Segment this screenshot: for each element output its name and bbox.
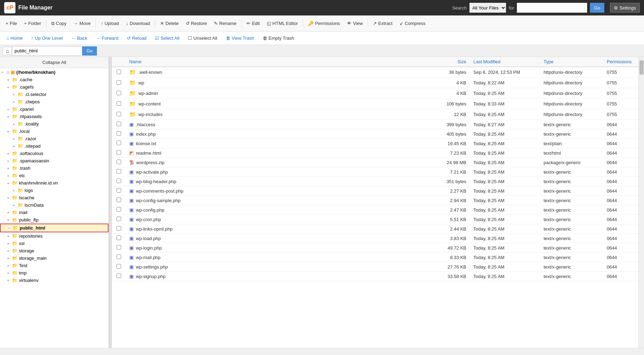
file-name[interactable]: wordpress.zip — [136, 160, 164, 165]
sidebar-item--sitepad[interactable]: +📁.sitepad — [0, 142, 109, 150]
row-checkbox[interactable] — [117, 112, 121, 116]
row-checkbox[interactable] — [117, 141, 121, 145]
copy-button[interactable]: ⧉ Copy — [48, 19, 69, 28]
unselect-all-button[interactable]: ☐ Unselect All — [184, 34, 221, 42]
sidebar-item--spamassassin[interactable]: +📁.spamassassin — [0, 157, 109, 164]
restore-button[interactable]: ↺ Restore — [183, 19, 210, 27]
file-name[interactable]: wp-load.php — [136, 236, 161, 241]
file-name[interactable]: wp-signup.php — [136, 274, 166, 279]
sidebar-item--cpanel[interactable]: +📁.cpanel — [0, 105, 109, 113]
sidebar-item-public-html[interactable]: −📁public_html — [0, 224, 109, 232]
edit-button[interactable]: ✏ Edit — [244, 19, 262, 27]
file-name[interactable]: wp-cron.php — [136, 217, 161, 222]
table-row[interactable]: 📁wp-admin4 KBToday, 8:25 AMhttpd/unix-di… — [112, 88, 638, 99]
modified-col-header[interactable]: Last Modified — [470, 57, 540, 67]
sidebar-item--cl-selector[interactable]: +📁.cl.selector — [0, 91, 109, 98]
row-checkbox[interactable] — [117, 264, 121, 269]
file-name[interactable]: wp-login.php — [136, 245, 162, 251]
table-row[interactable]: ▣wp-login.php49.72 KBToday, 8:25 AMtext/… — [112, 243, 638, 253]
download-button[interactable]: ↓ Download — [123, 19, 153, 27]
file-name[interactable]: wp-admin — [138, 91, 158, 96]
sidebar-item-logs[interactable]: +📁logs — [0, 187, 109, 194]
file-name[interactable]: wp-links-opml.php — [136, 226, 173, 232]
reload-button[interactable]: ↺ Reload — [123, 34, 150, 42]
table-row[interactable]: ▣wp-config.php2.47 KBToday, 8:25 AMtext/… — [112, 205, 638, 215]
table-row[interactable]: ▣wp-blog-header.php351 bytesToday, 8:25 … — [112, 177, 638, 186]
row-checkbox[interactable] — [117, 254, 121, 259]
row-checkbox[interactable] — [117, 122, 121, 126]
file-name[interactable]: wp — [138, 80, 144, 85]
row-checkbox[interactable] — [117, 207, 121, 212]
sidebar-item-virtualenv[interactable]: +📁virtualenv — [0, 277, 109, 284]
file-name[interactable]: index.php — [136, 131, 156, 137]
table-row[interactable]: ◩readme.html7.23 KBToday, 8:25 AMtext/ht… — [112, 148, 638, 158]
file-name[interactable]: license.txt — [136, 141, 156, 146]
vertical-scroll-thumb[interactable] — [639, 60, 644, 75]
file-name[interactable]: wp-settings.php — [136, 264, 168, 270]
sidebar-item--htpasswds[interactable]: +📁.htpasswds — [0, 113, 109, 120]
row-checkbox[interactable] — [117, 188, 121, 193]
file-name[interactable]: readme.html — [136, 150, 161, 156]
up-one-level-button[interactable]: ↑ Up One Level — [28, 34, 66, 42]
compress-button[interactable]: ↙ Compress — [397, 19, 428, 27]
table-row[interactable]: 📁wp-includes12 KBToday, 8:25 AMhttpd/uni… — [112, 109, 638, 120]
move-button[interactable]: → Move — [71, 19, 93, 27]
table-row[interactable]: ▣license.txt19.45 KBToday, 8:25 AMtext/p… — [112, 139, 638, 148]
settings-button[interactable]: ⚙ Settings — [610, 3, 640, 13]
row-checkbox[interactable] — [117, 226, 121, 231]
sidebar-item--koality[interactable]: +📁.koality — [0, 120, 109, 128]
file-name[interactable]: wp-blog-header.php — [136, 179, 176, 184]
search-go-button[interactable]: Go — [590, 3, 604, 13]
view-trash-button[interactable]: 🗑 View Trash — [222, 34, 258, 42]
table-row[interactable]: ▣wp-signup.php33.58 KBToday, 8:25 AMtext… — [112, 272, 638, 281]
row-checkbox[interactable] — [117, 150, 121, 155]
table-row[interactable]: ▣wp-load.php3.83 KBToday, 8:25 AMtext/x-… — [112, 234, 638, 243]
home-nav-button[interactable]: ⌂ Home — [3, 34, 26, 42]
empty-trash-button[interactable]: 🗑 Empty Trash — [259, 34, 298, 42]
name-col-header[interactable]: Name — [126, 57, 435, 67]
row-checkbox[interactable] — [117, 131, 121, 136]
table-row[interactable]: ▣wp-links-opml.php2.44 KBToday, 8:25 AMt… — [112, 224, 638, 234]
delete-button[interactable]: ✕ Delete — [157, 19, 182, 27]
sidebar-item-storage[interactable]: +📁storage — [0, 247, 109, 254]
file-name[interactable]: wp-comments-post.php — [136, 188, 183, 194]
file-name[interactable]: .well-known — [138, 70, 162, 75]
file-name[interactable]: wp-content — [138, 101, 161, 106]
address-home-button[interactable]: ⌂ — [3, 47, 12, 55]
sidebar-item--clwpos[interactable]: +📁.clwpos — [0, 98, 109, 105]
file-name[interactable]: wp-mail.php — [136, 255, 160, 260]
sidebar-item-storage-main[interactable]: +📁storage_main — [0, 254, 109, 262]
table-row[interactable]: ▣wp-config-sample.php2.94 KBToday, 8:25 … — [112, 196, 638, 205]
forward-button[interactable]: → Forward — [92, 34, 122, 42]
sidebar-item-repositories[interactable]: +📁repositories — [0, 232, 109, 240]
row-checkbox[interactable] — [117, 160, 121, 164]
sidebar-item-public-ftp[interactable]: +📁public_ftp — [0, 216, 109, 224]
new-folder-button[interactable]: + Folder — [21, 19, 44, 27]
file-name[interactable]: .htaccess — [136, 122, 155, 127]
row-checkbox[interactable] — [117, 91, 121, 95]
table-row[interactable]: 📁wp4 KBToday, 8:22 AMhttpd/unix-director… — [112, 78, 638, 88]
row-checkbox[interactable] — [117, 198, 121, 202]
perms-col-header[interactable]: Permissions — [603, 57, 638, 67]
sidebar-item--cache[interactable]: +📁.cache — [0, 76, 109, 83]
sidebar-item--razor[interactable]: +📁.razor — [0, 135, 109, 142]
search-scope-select[interactable]: All Your Files — [469, 3, 506, 13]
sidebar-item-mail[interactable]: +📁mail — [0, 209, 109, 216]
table-row[interactable]: 📁wp-content106 bytesToday, 8:33 AMhttpd/… — [112, 99, 638, 109]
sidebar-resize-handle[interactable] — [109, 57, 112, 348]
table-row[interactable]: 📁.well-known36 bytesSep 6, 2024, 12:53 P… — [112, 67, 638, 78]
row-checkbox[interactable] — [117, 101, 121, 106]
file-name[interactable]: wp-config.php — [136, 207, 164, 213]
upload-button[interactable]: ↑ Upload — [98, 19, 122, 27]
sidebar-item-khanhnvlinnie-id-vn[interactable]: +📁khanhnvlinnie.id.vn — [0, 179, 109, 187]
search-input[interactable] — [517, 3, 587, 13]
type-col-header[interactable]: Type — [540, 57, 603, 67]
file-name[interactable]: wp-activate.php — [136, 169, 168, 175]
collapse-all-button[interactable]: Collapse All — [0, 57, 109, 68]
row-checkbox[interactable] — [117, 179, 121, 183]
rename-button[interactable]: ✎ Rename — [211, 19, 239, 27]
file-name[interactable]: wp-config-sample.php — [136, 198, 180, 203]
sidebar-item-tmp[interactable]: +📁tmp — [0, 269, 109, 277]
sidebar-item-lscache[interactable]: +📁lscache — [0, 194, 109, 201]
row-checkbox[interactable] — [117, 245, 121, 250]
